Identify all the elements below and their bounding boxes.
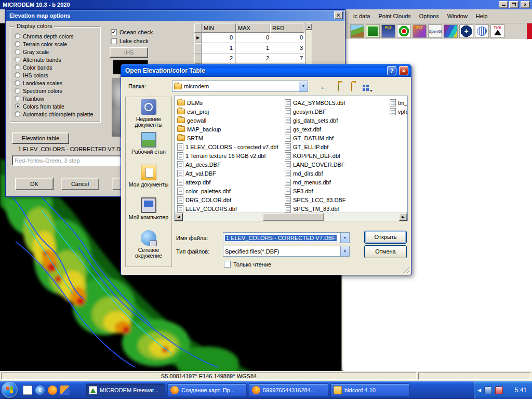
checkbox-option[interactable]: Ocean check: [111, 28, 153, 36]
table-row[interactable]: 2 2 7: [194, 54, 312, 64]
filetype-combobox[interactable]: Specified files(*.DBF) ▼: [223, 246, 350, 257]
cell-min[interactable]: 0: [202, 33, 236, 43]
file-item[interactable]: Att_val.DBF: [177, 169, 283, 178]
help-button[interactable]: ?: [387, 66, 396, 75]
filename-combobox[interactable]: 1 ELEV_COLORS - CORRECTED V7.DBF ▼: [223, 232, 350, 243]
ok-button[interactable]: OK: [15, 178, 54, 190]
scroll-left-icon[interactable]: ◀: [175, 213, 183, 221]
up-one-level-button[interactable]: ↑: [332, 81, 344, 93]
table-row[interactable]: 1 1 3: [194, 43, 312, 54]
file-item[interactable]: GT_ELLIP.dbf: [285, 142, 388, 151]
horizontal-scrollbar[interactable]: ◀ ▶: [175, 212, 407, 221]
minimize-button[interactable]: [499, 1, 508, 8]
file-item[interactable]: tm_rgb: [390, 98, 408, 107]
file-list[interactable]: DEMs esri_proj geowall: [174, 96, 408, 221]
cancel-button[interactable]: Cancel: [61, 178, 99, 190]
taskbar-task-button[interactable]: bldconf 4.10: [330, 383, 410, 397]
scrollbar-thumb[interactable]: [263, 213, 323, 221]
radio-option[interactable]: Spectrum colors: [15, 87, 99, 95]
cell-max[interactable]: 2: [236, 54, 272, 64]
maximize-button[interactable]: [509, 1, 518, 8]
menu-item[interactable]: Point Clouds: [374, 12, 415, 20]
file-item[interactable]: SPCS_TM_83.dbf: [285, 204, 388, 213]
menu-item[interactable]: Help: [472, 12, 492, 20]
quicklaunch-document-icon[interactable]: [23, 385, 32, 395]
place-item[interactable]: Мои документы: [126, 163, 171, 195]
file-item[interactable]: GT_DATUM.dbf: [285, 134, 388, 142]
file-item[interactable]: LAND_COVER.DBF: [285, 160, 388, 169]
row-selector[interactable]: [194, 43, 202, 54]
scroll-right-icon[interactable]: ▶: [399, 213, 407, 221]
place-item[interactable]: Сетевое окружение: [126, 228, 171, 261]
filename-value[interactable]: 1 ELEV_COLORS - CORRECTED V7.DBF: [225, 235, 337, 241]
radio-option[interactable]: Alternate bands: [15, 56, 99, 63]
place-item[interactable]: Мой компьютер: [126, 195, 171, 228]
globe-plus-icon[interactable]: [459, 24, 473, 38]
folder-item[interactable]: SRTM: [177, 134, 283, 142]
radio-option[interactable]: Terrain color scale: [15, 40, 99, 48]
surface-view-icon[interactable]: [444, 24, 458, 38]
folder-item[interactable]: MAP_backup: [177, 125, 283, 134]
cancel-button[interactable]: Отмена: [364, 245, 407, 258]
radio-option[interactable]: Colors from table: [15, 102, 99, 110]
green-map-icon[interactable]: [366, 24, 380, 38]
file-item[interactable]: md_menus.dbf: [285, 178, 388, 187]
file-item[interactable]: DRG_COLOR.dbf: [177, 195, 283, 204]
file-item[interactable]: GAZ_SYMBOLS.dbf: [285, 98, 388, 107]
file-item[interactable]: attexp.dbf: [177, 178, 283, 187]
open-button[interactable]: Открыть: [364, 231, 407, 244]
place-item[interactable]: Недавние документы: [126, 97, 171, 130]
tray-chevron-icon[interactable]: ◀: [477, 388, 481, 393]
grid-column-header[interactable]: MAX: [236, 23, 270, 33]
taskbar-task-button[interactable]: Создание карт. Пр...: [167, 383, 247, 397]
table-row[interactable]: ▶ 0 0 0: [194, 33, 312, 43]
checkbox-option[interactable]: Lake check: [111, 36, 153, 45]
folder-item[interactable]: geowall: [177, 116, 283, 125]
file-item[interactable]: ELEV_COLORS.dbf: [177, 204, 283, 213]
terrain-map-icon[interactable]: [350, 24, 364, 38]
cell-min[interactable]: 1: [202, 43, 236, 54]
folder-item[interactable]: DEMs: [177, 98, 283, 107]
row-selector[interactable]: [194, 54, 202, 64]
radio-option[interactable]: Land/sea scales: [15, 79, 99, 87]
menu-item[interactable]: Window: [443, 12, 472, 20]
cell-max[interactable]: 1: [236, 43, 272, 54]
folder-combobox[interactable]: microdem ▼: [172, 81, 308, 92]
quicklaunch-internet-icon[interactable]: e: [35, 385, 45, 395]
file-item[interactable]: KOPPEN_DEF.dbf: [285, 151, 388, 160]
chevron-down-icon[interactable]: ▼: [340, 233, 349, 243]
elevation-dialog-close-button[interactable]: ×: [334, 11, 343, 19]
start-button[interactable]: [2, 382, 18, 398]
opengl-icon[interactable]: OpenGL: [428, 24, 442, 38]
radio-option[interactable]: IHS colors: [15, 71, 99, 79]
file-item[interactable]: geosym.DBF: [285, 107, 388, 116]
target-icon[interactable]: [397, 24, 411, 38]
globe-grid-icon[interactable]: [475, 24, 489, 38]
readonly-checkbox[interactable]: Только чтение: [224, 261, 271, 268]
tray-icon-1[interactable]: [484, 387, 492, 394]
fly-through-icon[interactable]: FLY: [381, 24, 395, 38]
menu-item[interactable]: Options: [415, 12, 443, 20]
file-item[interactable]: gs_text.dbf: [285, 125, 388, 134]
radio-option[interactable]: Automatic chloropleth palette: [15, 110, 99, 118]
cell-min[interactable]: 2: [202, 54, 236, 64]
radio-option[interactable]: Chroma depth colors: [15, 32, 99, 40]
file-item[interactable]: 1 Terrain texture 16 RGB v2.dbf: [177, 151, 283, 160]
file-item[interactable]: md_dirs.dbf: [285, 169, 388, 178]
cell-red[interactable]: 7: [272, 54, 306, 64]
taskbar-task-button[interactable]: MICRODEM Freewar...: [86, 383, 165, 397]
file-item[interactable]: SF3.dbf: [285, 187, 388, 195]
open-dialog-titlebar[interactable]: Open Elevation/color Table: [121, 64, 411, 77]
main-window-titlebar[interactable]: MICRODEM 10.3 - b 2020 ×: [0, 0, 532, 9]
quicklaunch-media-icon[interactable]: [60, 385, 70, 395]
grid-column-header[interactable]: RED: [270, 23, 304, 33]
resize-grip[interactable]: [403, 267, 409, 273]
chevron-down-icon[interactable]: ▼: [340, 246, 349, 256]
tray-icon-2[interactable]: [495, 387, 503, 394]
chevron-down-icon[interactable]: ▼: [299, 81, 308, 91]
fly-3d-icon[interactable]: FLY: [413, 24, 427, 38]
file-item[interactable]: vpfquic: [390, 107, 408, 116]
grid-column-header[interactable]: MIN: [202, 23, 236, 33]
new-folder-button[interactable]: *: [345, 81, 358, 93]
radio-option[interactable]: Color bands: [15, 63, 99, 71]
